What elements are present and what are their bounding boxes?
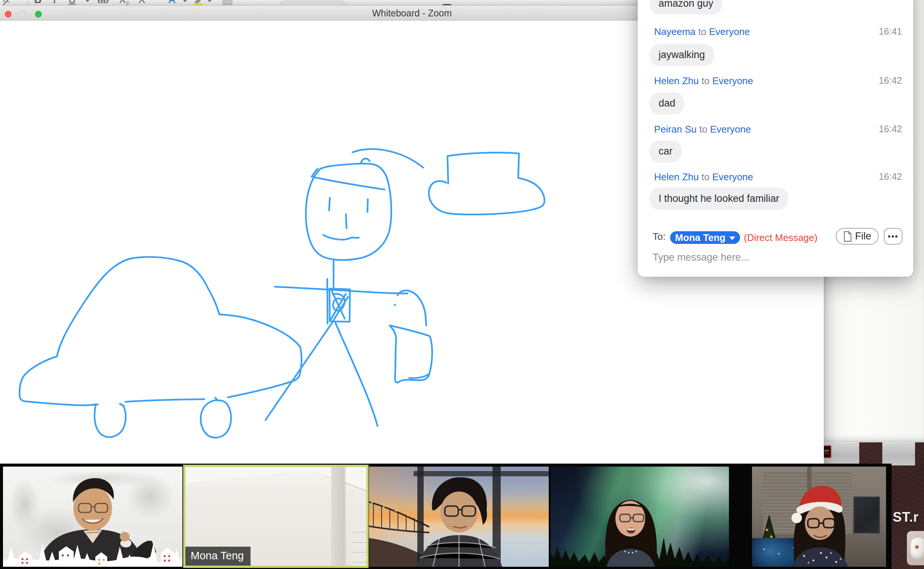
desktop-text-fragment: ST.r [893,510,924,525]
recipient-name[interactable]: Everyone [712,171,753,183]
chat-message-bubble: amazon guy [650,0,722,15]
toolbar-pressed-button[interactable] [223,0,232,6]
subscript-x: X [119,0,126,5]
recipient-dropdown-label: Mona Teng [675,232,725,243]
message-input[interactable]: Type message here... [653,252,749,263]
subscript-2: 2 [126,0,129,6]
subscript-button[interactable]: X2 [119,0,129,6]
chat-message-header: Nayeema to Everyone 16:41 [654,26,902,38]
message-time: 16:42 [878,171,902,182]
file-button-label: File [855,231,871,242]
background-window-fragment [882,443,915,466]
chat-panel: amazon guy Nayeema to Everyone 16:41 jay… [638,0,913,277]
participant-video-5[interactable] [752,467,886,567]
chat-message-header: Peiran Su to Everyone 16:42 [654,124,902,135]
underline-dropdown-icon[interactable] [85,0,90,2]
superscript-button[interactable]: X [138,0,145,6]
font-color-dropdown-icon[interactable] [182,0,188,2]
to-word: to [698,26,707,37]
paper-roll-icon [907,531,924,565]
pin-icon[interactable] [2,0,15,6]
italic-button[interactable]: I [53,0,56,6]
background-tab [281,1,345,6]
to-label: To: [653,231,666,242]
strikethrough-button[interactable]: ab [97,0,109,6]
room-pillar [331,467,345,566]
highlighter-dropdown-icon[interactable] [207,0,212,2]
message-time: 16:41 [878,26,902,37]
direct-message-note: (Direct Message) [744,232,818,243]
sender-name[interactable]: Helen Zhu [654,75,699,87]
chat-message-bubble: car [650,140,682,162]
screen: ST.r B I U ab X2 X A Whiteboard - Zoom [0,0,924,569]
video-gallery-strip: Mona Teng [0,464,892,569]
chat-message-bubble: dad [650,92,684,114]
recipient-dropdown[interactable]: Mona Teng [670,231,740,244]
file-icon [843,231,852,242]
recipient-name[interactable]: Everyone [709,26,750,37]
highlighter-button[interactable] [192,0,205,6]
message-time: 16:42 [878,124,902,134]
chevron-down-icon [729,236,735,240]
chat-message-header: Helen Zhu to Everyone 16:42 [654,75,902,87]
room-shelf [352,523,366,566]
bold-button[interactable]: B [34,0,42,6]
participant-video-2-active[interactable]: Mona Teng [183,465,369,568]
participant-video-4[interactable] [551,467,729,567]
to-word: to [701,171,710,183]
file-button[interactable]: File [836,228,878,245]
signature-app-icon [823,445,831,458]
chat-message-header: Helen Zhu to Everyone 16:42 [654,171,902,183]
sender-name[interactable]: Nayeema [654,26,695,37]
sender-name[interactable]: Peiran Su [654,124,696,135]
toolbar-separator [28,0,29,6]
sender-name[interactable]: Helen Zhu [654,171,699,183]
participant-name-label: Mona Teng [185,547,251,566]
more-options-button[interactable]: ••• [884,228,903,245]
participant-video-1[interactable] [3,467,182,567]
recipient-name[interactable]: Everyone [712,75,753,87]
underline-button[interactable]: U [68,0,76,6]
to-word: to [701,75,710,87]
font-color-button[interactable]: A [168,0,176,6]
message-time: 16:42 [878,75,902,86]
recipient-name[interactable]: Everyone [710,124,751,135]
participant-video-3[interactable] [369,467,549,567]
to-word: to [699,124,707,135]
chat-message-bubble: jaywalking [650,44,714,66]
chat-message-bubble: I thought he looked familiar [650,188,788,210]
